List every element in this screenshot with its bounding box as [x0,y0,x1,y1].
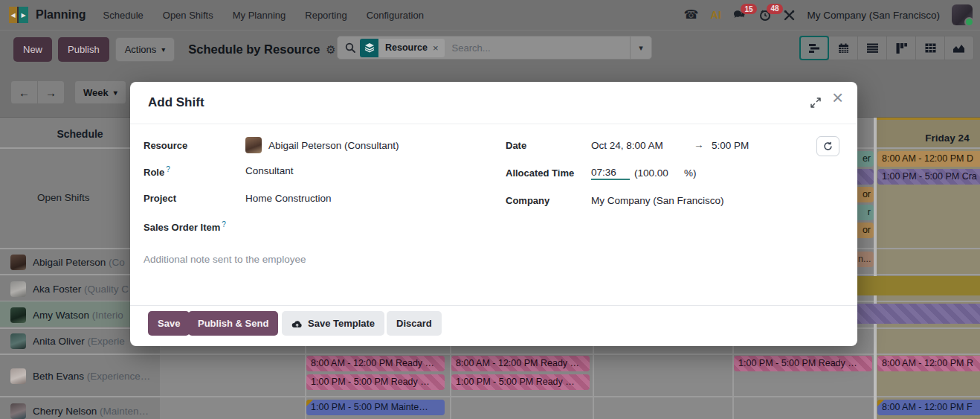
open-shift-bar[interactable]: 8:00 AM - 12:00 PM D [877,151,980,167]
search-icon [345,42,356,54]
date-start-value[interactable]: Oct 24, 8:00 AM [591,140,663,151]
refresh-icon [823,141,833,151]
save-button[interactable]: Save [148,311,190,336]
resource-row-beth[interactable]: Beth Evans (Experience… [0,365,160,387]
shift-bar[interactable]: 1:00 PM - 5:00 PM Mainte… [306,400,445,415]
publish-send-button[interactable]: Publish & Send [188,311,278,336]
activities-icon[interactable]: 48 [759,9,772,22]
search-options-toggle[interactable]: ▾ [630,36,651,59]
view-kanban-button[interactable] [886,36,916,60]
facet-remove-icon[interactable]: × [433,42,445,54]
view-graph-button[interactable] [944,36,974,60]
help-icon: ? [166,165,170,173]
shift-bar[interactable]: or [855,187,874,202]
publish-button[interactable]: Publish [58,37,109,62]
resource-field-value[interactable]: Abigail Peterson (Consultant) [268,140,399,151]
chevron-down-icon: ▾ [114,89,117,97]
discard-button[interactable]: Discard [387,311,442,336]
cloud-upload-icon [291,319,303,328]
shift-bar[interactable]: er [855,151,874,167]
new-button[interactable]: New [13,37,52,62]
menu-configuration[interactable]: Configuration [357,10,433,21]
avatar [10,368,26,384]
sales-order-item-field-label: Sales Order Item? [144,220,226,233]
search-bar[interactable]: Resource × Search... ▾ [337,36,652,60]
shift-bar[interactable]: 1:00 PM - 5:00 PM Ready … [451,374,590,390]
search-input[interactable]: Search... [452,42,491,54]
shift-bar[interactable]: r [855,205,874,220]
shift-bar[interactable]: 8:00 AM - 12:00 PM R [877,356,980,371]
sales-order-item-field-value[interactable] [264,220,472,234]
activities-badge: 48 [767,4,782,14]
arrow-right-icon: → [45,86,57,99]
menu-my-planning[interactable]: My Planning [223,10,296,21]
avatar [10,281,26,297]
messages-icon[interactable]: 15 [733,9,747,21]
role-field-label: Role? [144,165,170,178]
company-switcher[interactable]: My Company (San Francisco) [807,10,940,21]
date-field-label: Date [506,140,526,151]
menu-open-shifts[interactable]: Open Shifts [153,10,223,21]
avatar [10,333,26,349]
user-avatar[interactable] [952,4,973,25]
date-end-value[interactable]: 5:00 PM [712,140,749,151]
company-field-value[interactable]: My Company (San Francisco) [591,195,724,206]
logo-right-icon: ▶ [19,7,28,23]
shift-bar[interactable]: 8:00 AM - 12:00 PM Ready … [451,356,590,371]
search-facet-resource[interactable]: Resource × [360,39,445,57]
prev-week-button[interactable]: ← [10,80,38,104]
next-week-button[interactable]: → [37,80,65,104]
range-selector[interactable]: Week ▾ [74,80,126,104]
tools-icon[interactable] [784,10,795,21]
resource-avatar [245,137,262,153]
date-range-arrow-icon: → [694,139,704,150]
open-shift-bar[interactable]: 1:00 PM - 5:00 PM Cra [877,169,980,185]
shift-bar[interactable]: 1:00 PM - 5:00 PM Ready … [306,374,445,390]
menu-reporting[interactable]: Reporting [295,10,356,21]
shift-bar-yellow[interactable] [855,276,980,295]
view-gantt-button[interactable] [799,36,829,60]
menu-schedule[interactable]: Schedule [94,10,153,21]
voip-phone-icon[interactable]: ☎ [684,9,699,21]
arrow-left-icon: ← [19,86,30,99]
role-field-value[interactable]: Consultant [245,165,294,176]
shift-bar[interactable]: or [855,223,874,238]
shift-bar[interactable] [855,169,874,185]
help-icon: ? [222,220,226,228]
actions-dropdown[interactable]: Actions ▾ [115,37,175,62]
avatar [10,255,26,270]
open-shifts-row-label[interactable]: Open Shifts [37,192,90,203]
resource-row-cherry[interactable]: Cherry Nelson (Mainten… [0,400,160,419]
shift-bar[interactable]: n... [855,252,874,267]
chevron-down-icon: ▾ [161,45,165,54]
view-calendar-button[interactable] [828,36,858,60]
close-icon[interactable]: × [832,88,843,107]
expand-dialog-icon[interactable] [810,97,821,111]
view-list-button[interactable] [857,36,887,60]
favorites-gear-icon[interactable]: ⚙ [326,43,335,57]
view-pivot-button[interactable] [915,36,945,60]
allocated-time-input[interactable]: 07:36 [591,167,630,180]
project-field-label: Project [144,193,176,204]
shift-bar[interactable]: 8:00 AM - 12:00 PM Ready … [306,356,445,371]
avatar [10,307,26,323]
group-by-layers-icon [360,39,378,57]
ai-icon[interactable]: AI [710,10,721,20]
day-header-friday[interactable]: Friday 24 [877,132,980,144]
view-switcher [800,36,974,60]
note-input[interactable]: Additional note sent to the employee [144,254,828,265]
recurrence-refresh-button[interactable] [816,136,839,156]
app-name[interactable]: Planning [36,8,86,22]
project-field-value[interactable]: Home Construction [245,193,332,204]
allocated-percentage-open[interactable]: (100.00 [634,167,668,179]
company-field-label: Company [506,195,549,206]
shift-bar-striped[interactable] [855,304,980,324]
odoo-logo-icon[interactable]: ◀ ▶ [9,7,28,23]
shift-bar[interactable]: 8:00 AM - 12:00 PM F [877,400,980,415]
dialog-title: Add Shift [148,95,204,110]
resource-field-label: Resource [144,140,187,151]
shift-bar[interactable]: 1:00 PM - 5:00 PM Ready … [734,356,872,371]
save-template-button[interactable]: Save Template [282,311,384,336]
top-navbar: ◀ ▶ Planning Schedule Open Shifts My Pla… [0,0,980,30]
add-shift-dialog: Add Shift × Resource Abigail Peterson (C… [130,82,857,346]
